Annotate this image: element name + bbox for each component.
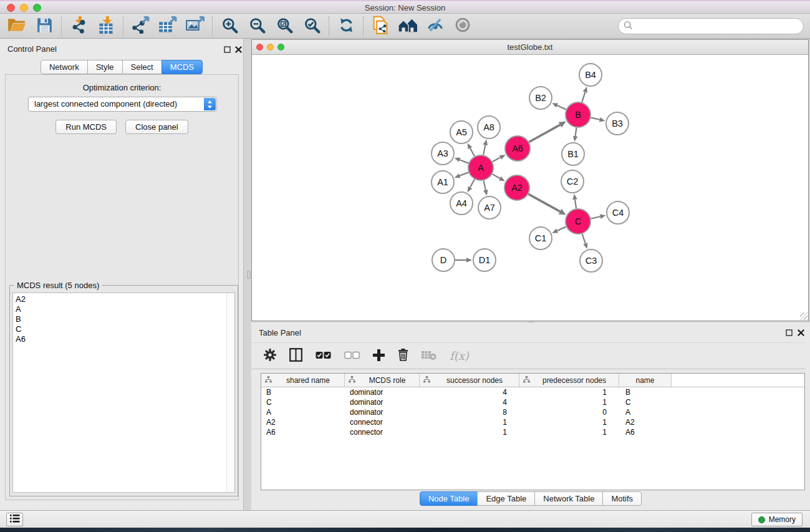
network-window-titlebar[interactable]: testGlobe.txt xyxy=(252,40,808,55)
list-scrollbar[interactable] xyxy=(226,293,234,492)
mcds-result-item[interactable]: B xyxy=(13,314,226,324)
column-header-MCDS-role[interactable]: MCDS role xyxy=(345,374,420,387)
table-row[interactable]: Bdominator41B xyxy=(261,387,804,397)
export-image-button[interactable] xyxy=(183,16,207,37)
show-details-button[interactable] xyxy=(451,16,475,37)
hide-details-button[interactable] xyxy=(423,16,447,37)
zoom-fit-button[interactable] xyxy=(272,16,296,37)
memory-button[interactable]: Memory xyxy=(751,513,803,526)
graph-edge-A-A7[interactable] xyxy=(483,181,488,196)
tab-mcds[interactable]: MCDS xyxy=(162,60,203,74)
search-input[interactable] xyxy=(636,20,803,32)
split-columns-button[interactable] xyxy=(289,347,302,365)
tab-select[interactable]: Select xyxy=(122,60,162,74)
first-neighbors-button[interactable] xyxy=(396,16,420,37)
graph-edge-B-B1[interactable] xyxy=(573,128,578,142)
graph-node-A6[interactable]: A6 xyxy=(505,136,530,161)
graph-edge-A-A6[interactable] xyxy=(493,155,506,162)
run-mcds-button[interactable]: Run MCDS xyxy=(55,120,117,134)
graph-node-A8[interactable]: A8 xyxy=(478,116,500,138)
graph-node-C[interactable]: C xyxy=(566,209,591,234)
tab-network-table[interactable]: Network Table xyxy=(534,491,603,506)
select-all-button[interactable] xyxy=(316,347,331,365)
save-button[interactable] xyxy=(32,16,56,37)
graph-node-B[interactable]: B xyxy=(566,102,591,127)
graph-node-B1[interactable]: B1 xyxy=(562,143,584,165)
export-table-button[interactable] xyxy=(156,16,180,37)
graph-node-C2[interactable]: C2 xyxy=(561,170,584,193)
graph-edge-C-C2[interactable] xyxy=(572,194,577,208)
graph-node-D[interactable]: D xyxy=(432,249,455,271)
graph-node-B4[interactable]: B4 xyxy=(579,64,602,86)
graph-node-C4[interactable]: C4 xyxy=(607,201,629,224)
task-history-button[interactable] xyxy=(6,513,23,526)
add-button[interactable] xyxy=(373,347,385,365)
graph-node-A1[interactable]: A1 xyxy=(432,171,454,193)
import-table-button[interactable] xyxy=(94,16,118,37)
graph-node-A7[interactable]: A7 xyxy=(478,196,501,219)
tab-style[interactable]: Style xyxy=(87,60,123,74)
column-header-successor-nodes[interactable]: successor nodes xyxy=(420,374,519,387)
graph-edge-A-A8[interactable] xyxy=(483,140,488,155)
mcds-result-item[interactable]: A2 xyxy=(13,294,226,304)
criterion-select[interactable]: largest connected component (directed) xyxy=(28,97,217,112)
graph-node-C1[interactable]: C1 xyxy=(529,227,552,249)
zoom-selected-button[interactable] xyxy=(300,16,324,37)
graph-node-A2[interactable]: A2 xyxy=(504,175,529,200)
graph-edge-C-C3[interactable] xyxy=(582,234,588,249)
graph-edge-B-B2[interactable] xyxy=(552,103,566,109)
graph-edge-A-A5[interactable] xyxy=(468,143,475,157)
tab-motifs[interactable]: Motifs xyxy=(602,491,642,506)
graph-edge-A-A1[interactable] xyxy=(455,172,469,178)
zoom-in-button[interactable] xyxy=(218,16,241,37)
search-box[interactable] xyxy=(618,18,804,34)
graph-node-A3[interactable]: A3 xyxy=(432,142,454,165)
graph-node-A4[interactable]: A4 xyxy=(450,192,473,215)
column-header-name[interactable]: name xyxy=(619,374,672,387)
graph-edge-A2-C[interactable] xyxy=(528,194,566,215)
graph-node-A[interactable]: A xyxy=(468,155,493,180)
graph-edge-D-D1[interactable] xyxy=(455,258,472,263)
import-network-button[interactable] xyxy=(67,16,90,37)
graph-node-D1[interactable]: D1 xyxy=(473,249,496,271)
trash-button[interactable] xyxy=(398,347,408,365)
float-panel-icon[interactable] xyxy=(223,45,231,54)
refresh-button[interactable] xyxy=(334,16,358,37)
close-table-panel-icon[interactable] xyxy=(796,328,805,337)
zoom-out-button[interactable] xyxy=(245,16,269,37)
graph-node-C3[interactable]: C3 xyxy=(580,249,602,272)
graph-edge-A-A2[interactable] xyxy=(492,174,504,181)
graph-edge-C-C4[interactable] xyxy=(591,215,606,219)
table-row[interactable]: A6connector11A6 xyxy=(261,427,804,437)
graph-node-B2[interactable]: B2 xyxy=(529,87,552,109)
graph-edge-A6-B[interactable] xyxy=(529,122,566,142)
deselect-all-button[interactable] xyxy=(344,347,360,365)
network-canvas[interactable]: B4B2BB3A8A5A6A3B1AA1C2A2A4A7C4CC1DD1C3 xyxy=(252,55,808,321)
splitter-grip-vertical[interactable] xyxy=(247,271,251,279)
graph-edge-A-A3[interactable] xyxy=(455,158,469,163)
duplicate-network-button[interactable] xyxy=(369,16,392,37)
tab-edge-table[interactable]: Edge Table xyxy=(477,491,535,506)
graph-edge-C-C1[interactable] xyxy=(552,227,566,233)
graph-node-A5[interactable]: A5 xyxy=(450,121,473,143)
close-panel-button[interactable]: Close panel xyxy=(125,120,188,134)
open-button[interactable] xyxy=(5,16,29,37)
mcds-result-item[interactable]: C xyxy=(13,324,226,334)
column-header-shared-name[interactable]: shared name xyxy=(261,374,345,387)
mcds-result-item[interactable]: A6 xyxy=(13,334,226,344)
table-row[interactable]: Adominator80A xyxy=(261,407,804,417)
resize-grip-icon[interactable] xyxy=(800,312,808,320)
table-row[interactable]: Cdominator41C xyxy=(261,397,804,407)
graph-edge-B-B4[interactable] xyxy=(582,87,587,102)
tab-network[interactable]: Network xyxy=(41,60,88,74)
mcds-result-list[interactable]: A2ABCA6 xyxy=(12,293,235,493)
graph-edge-A-A4[interactable] xyxy=(468,179,475,192)
tab-node-table[interactable]: Node Table xyxy=(420,491,478,506)
column-header-predecessor-nodes[interactable]: predecessor nodes xyxy=(519,374,619,387)
graph-edge-B-B3[interactable] xyxy=(591,117,605,122)
export-network-button[interactable] xyxy=(128,16,152,37)
close-panel-icon[interactable] xyxy=(234,45,243,54)
graph-node-B3[interactable]: B3 xyxy=(606,112,629,135)
table-row[interactable]: A2connector11A2 xyxy=(261,417,804,427)
mcds-result-item[interactable]: A xyxy=(13,304,226,314)
